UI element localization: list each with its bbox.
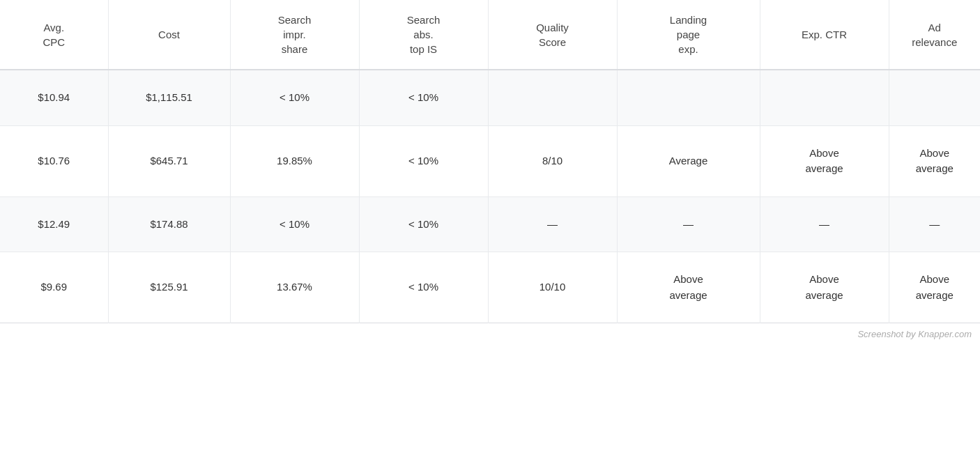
cell-cost: $125.91 <box>108 252 230 323</box>
cell-quality: 8/10 <box>488 125 617 196</box>
cell-search_abs: < 10% <box>359 252 488 323</box>
col-header-ad-rel[interactable]: Ad relevance <box>889 0 980 70</box>
cell-avg_cpc: $9.69 <box>0 252 108 323</box>
col-header-search-abs[interactable]: Search abs. top IS <box>359 0 488 70</box>
cell-quality: — <box>488 196 617 252</box>
col-header-quality[interactable]: Quality Score <box>488 0 617 70</box>
cell-quality: 10/10 <box>488 252 617 323</box>
cell-cost: $645.71 <box>108 125 230 196</box>
cell-search_abs: < 10% <box>359 125 488 196</box>
cell-landing <box>617 70 760 125</box>
cell-search_impr: 13.67% <box>230 252 359 323</box>
cell-ad_rel: Above average <box>889 252 980 323</box>
cell-cost: $1,115.51 <box>108 70 230 125</box>
table-row: $12.49$174.88< 10%< 10%———— <box>0 196 980 252</box>
col-header-exp-ctr[interactable]: Exp. CTR <box>760 0 889 70</box>
cell-ad_rel: Above average <box>889 125 980 196</box>
col-header-cost[interactable]: Cost <box>108 0 230 70</box>
header-row: Avg. CPC Cost Search impr. share Search … <box>0 0 980 70</box>
cell-exp_ctr: Above average <box>760 252 889 323</box>
cell-avg_cpc: $12.49 <box>0 196 108 252</box>
cell-search_impr: 19.85% <box>230 125 359 196</box>
cell-search_impr: < 10% <box>230 196 359 252</box>
cell-landing: Average <box>617 125 760 196</box>
table-row: $9.69$125.9113.67%< 10%10/10Above averag… <box>0 252 980 323</box>
data-table-wrapper: Avg. CPC Cost Search impr. share Search … <box>0 0 980 342</box>
watermark: Screenshot by Knapper.com <box>0 323 980 342</box>
cell-avg_cpc: $10.94 <box>0 70 108 125</box>
cell-search_abs: < 10% <box>359 70 488 125</box>
cell-landing: Above average <box>617 252 760 323</box>
table-row: $10.76$645.7119.85%< 10%8/10AverageAbove… <box>0 125 980 196</box>
cell-exp_ctr: Above average <box>760 125 889 196</box>
cell-search_abs: < 10% <box>359 196 488 252</box>
cell-quality <box>488 70 617 125</box>
cell-ad_rel: — <box>889 196 980 252</box>
cell-avg_cpc: $10.76 <box>0 125 108 196</box>
col-header-search-impr[interactable]: Search impr. share <box>230 0 359 70</box>
cell-exp_ctr <box>760 70 889 125</box>
col-header-landing[interactable]: Landing page exp. <box>617 0 760 70</box>
cell-ad_rel <box>889 70 980 125</box>
col-header-avg-cpc[interactable]: Avg. CPC <box>0 0 108 70</box>
data-table: Avg. CPC Cost Search impr. share Search … <box>0 0 980 323</box>
table-row: $10.94$1,115.51< 10%< 10% <box>0 70 980 125</box>
cell-exp_ctr: — <box>760 196 889 252</box>
cell-cost: $174.88 <box>108 196 230 252</box>
cell-landing: — <box>617 196 760 252</box>
cell-search_impr: < 10% <box>230 70 359 125</box>
